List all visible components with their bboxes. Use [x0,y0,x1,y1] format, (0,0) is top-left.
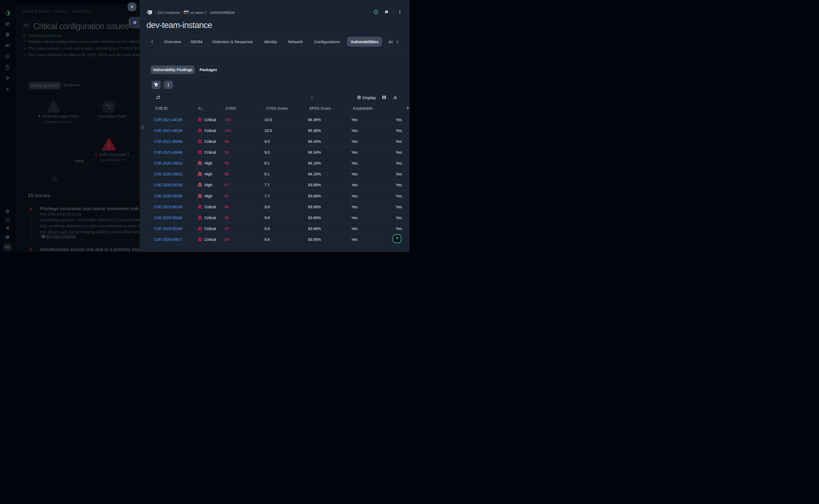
svg-text:!: ! [52,105,54,111]
